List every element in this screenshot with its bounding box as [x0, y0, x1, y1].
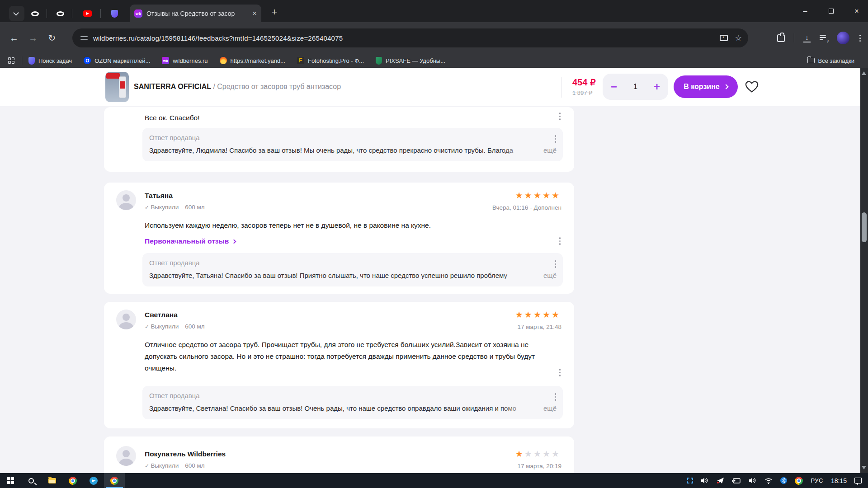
product-name[interactable]: Средство от засоров труб антизасор — [217, 83, 341, 90]
back-button[interactable]: ← — [6, 30, 22, 46]
review-menu-button[interactable] — [558, 367, 562, 378]
product-title: SANITERRA OFFICIAL / Средство от засоров… — [134, 83, 341, 91]
tab-divider — [100, 9, 101, 18]
taskbar-search-button[interactable] — [21, 473, 42, 488]
start-button[interactable] — [0, 473, 21, 488]
volume-icon[interactable] — [701, 477, 709, 484]
speaker-icon[interactable] — [749, 477, 757, 484]
bookmark-pixsafe[interactable]: PIXSAFE — Удобны... — [376, 57, 445, 65]
reply-menu-button[interactable] — [553, 259, 558, 269]
telegram-tray-icon[interactable] — [717, 477, 724, 484]
address-bar[interactable]: wildberries.ru/catalog/159581146/feedbac… — [72, 28, 748, 47]
bookmark-yandex-market[interactable]: https://market.yand... — [220, 57, 285, 64]
reviewer-avatar — [116, 446, 136, 466]
seller-reply-label: Ответ продавца — [149, 134, 200, 141]
stars-filled: ★ — [515, 449, 524, 459]
review-text: Используем каждую неделю, засоров теперь… — [145, 220, 431, 231]
quantity-value: 1 — [633, 82, 637, 91]
bookmark-label: Fotohosting.Pro - Ф... — [308, 57, 364, 64]
profile-avatar[interactable] — [837, 32, 849, 44]
review-date: 17 марта, 21:48 — [517, 324, 561, 330]
quantity-plus-button[interactable]: + — [654, 81, 660, 92]
chrome-active-window-button[interactable] — [104, 473, 125, 488]
bookmark-label: Поиск задач — [38, 57, 72, 64]
battery-icon[interactable] — [732, 478, 741, 483]
more-link[interactable]: ещё — [543, 146, 557, 154]
review-menu-button[interactable] — [558, 111, 562, 122]
original-review-label: Первоначальный отзыв — [145, 237, 229, 245]
tab-close-icon[interactable]: × — [252, 9, 257, 18]
seller-reply: Ответ продавца Здравствуйте, Татьяна! Сп… — [142, 253, 563, 286]
review-menu-button[interactable] — [558, 236, 562, 246]
reply-menu-button[interactable] — [553, 134, 558, 144]
active-tab[interactable]: wb Отзывы на Средство от засор × — [130, 5, 261, 22]
star-rating: ★★★★★ — [515, 190, 561, 201]
language-indicator[interactable]: РУС — [811, 477, 823, 484]
review-meta: Выкупили600 мл — [145, 323, 205, 330]
reviewer-avatar — [116, 310, 136, 329]
telegram-icon — [90, 477, 98, 485]
reload-button[interactable]: ↻ — [44, 30, 60, 46]
downloads-icon[interactable]: ↓ — [803, 33, 811, 42]
action-center-icon[interactable] — [854, 478, 862, 483]
review-meta: Выкупили600 мл — [145, 204, 205, 211]
in-cart-button[interactable]: В корзине — [674, 75, 738, 98]
seller-reply: Ответ продавца Здравствуйте, Светлана! С… — [142, 386, 563, 419]
seller-reply-label: Ответ продавца — [149, 392, 200, 399]
browser-menu-icon[interactable] — [859, 34, 862, 42]
install-app-icon[interactable] — [720, 35, 728, 41]
scrollbar-thumb[interactable] — [862, 212, 867, 242]
bookmark-label: wildberries.ru — [173, 57, 208, 64]
snip-tool-icon[interactable] — [687, 478, 693, 483]
ozon-icon: O — [84, 57, 91, 64]
url-text[interactable]: wildberries.ru/catalog/159581146/feedbac… — [93, 34, 716, 42]
extensions-icon[interactable] — [777, 34, 785, 42]
forward-button[interactable]: → — [25, 30, 41, 46]
window-close-button[interactable]: × — [846, 0, 867, 22]
quantity-minus-button[interactable]: − — [611, 81, 617, 92]
new-tab-button[interactable]: + — [268, 6, 281, 18]
all-bookmarks-button[interactable]: Все закладки — [807, 57, 854, 64]
window-restore-button[interactable] — [821, 0, 841, 22]
check-icon: Выкупили — [145, 204, 179, 211]
chrome-taskbar-button[interactable] — [62, 473, 83, 488]
bookmark-star-icon[interactable]: ☆ — [735, 33, 742, 43]
telegram-taskbar-button[interactable] — [83, 473, 104, 488]
pinned-tab-shield[interactable] — [107, 6, 122, 21]
window-minimize-button[interactable]: – — [795, 0, 816, 22]
pinned-tab-1[interactable] — [27, 6, 42, 21]
original-review-link[interactable]: Первоначальный отзыв — [145, 237, 236, 245]
stars-filled: ★★★★★ — [515, 191, 561, 200]
pinned-tab-youtube[interactable] — [80, 6, 95, 21]
bookmark-ozon[interactable]: O OZON маркетплей... — [84, 57, 150, 64]
more-link[interactable]: ещё — [543, 272, 557, 279]
bookmark-fotohosting[interactable]: F Fotohosting.Pro - Ф... — [297, 57, 364, 64]
site-info-icon[interactable] — [80, 35, 88, 41]
page-content: SANITERRA OFFICIAL / Средство от засоров… — [0, 68, 860, 473]
pinned-tab-2[interactable] — [52, 6, 68, 21]
reading-list-icon[interactable] — [820, 34, 828, 42]
seller-reply-text: Здравствуйте, Людмила! Спасибо за ваш от… — [149, 146, 532, 154]
wifi-icon[interactable] — [764, 478, 773, 484]
chevron-down-icon — [13, 10, 19, 16]
bookmark-wildberries[interactable]: wb wildberries.ru — [162, 57, 208, 64]
product-thumbnail[interactable] — [105, 72, 129, 102]
brand-name[interactable]: SANITERRA OFFICIAL — [134, 83, 211, 90]
search-icon — [28, 478, 34, 483]
file-explorer-button[interactable] — [42, 473, 62, 488]
more-link[interactable]: ещё — [543, 404, 557, 412]
star-rating: ★★★★★ — [515, 310, 561, 320]
scroll-down-arrow[interactable] — [862, 466, 866, 469]
tab-search-button[interactable] — [9, 6, 24, 21]
bookmark-poisk-zadach[interactable]: Поиск задач — [28, 57, 72, 65]
bluetooth-icon[interactable] — [780, 477, 787, 484]
apps-grid-icon[interactable] — [8, 57, 14, 64]
scroll-up-arrow[interactable] — [862, 71, 866, 75]
chrome-tray-icon[interactable] — [795, 477, 803, 485]
green-shield-icon — [376, 57, 382, 65]
system-tray: РУС 18:15 — [687, 473, 868, 488]
reply-menu-button[interactable] — [553, 392, 558, 402]
taskbar-clock[interactable]: 18:15 — [831, 477, 847, 484]
page-scrollbar[interactable] — [860, 68, 868, 473]
favorite-heart-icon[interactable] — [745, 80, 759, 93]
